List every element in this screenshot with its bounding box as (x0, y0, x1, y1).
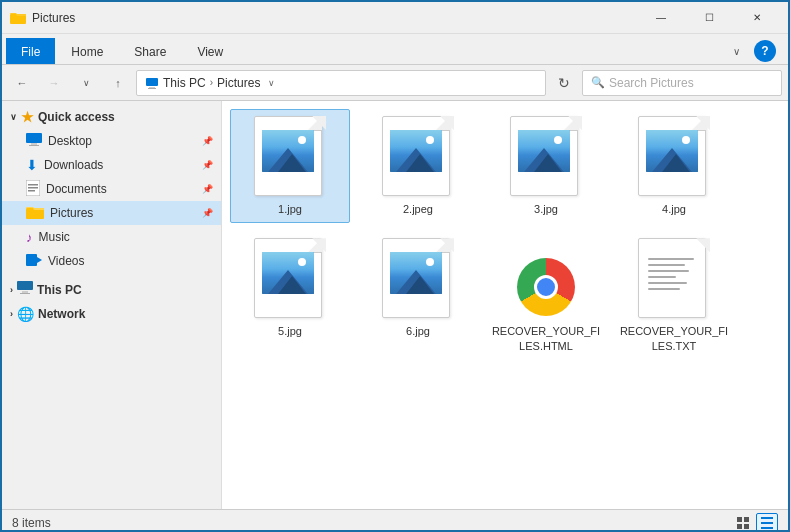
svg-rect-18 (744, 517, 749, 522)
svg-rect-16 (20, 293, 30, 294)
sidebar-label-music: Music (39, 230, 70, 244)
file-name-3jpg: 3.jpg (534, 202, 558, 216)
sidebar-item-videos[interactable]: Videos (2, 249, 221, 273)
tab-home[interactable]: Home (56, 38, 118, 64)
main-layout: ∨ ★ Quick access Desktop 📌 ⬇ Downloads 📌… (2, 101, 788, 509)
sidebar-quick-access-header[interactable]: ∨ ★ Quick access (2, 105, 221, 129)
path-thispc: This PC (163, 76, 206, 90)
file-icon-3jpg (510, 116, 582, 198)
network-arrow: › (10, 309, 13, 319)
search-box[interactable]: 🔍 Search Pictures (582, 70, 782, 96)
pin-icon-downloads: 📌 (202, 160, 213, 170)
dropdown-button[interactable]: ∨ (72, 70, 100, 96)
title-bar-title: Pictures (32, 11, 638, 25)
close-button[interactable]: ✕ (734, 2, 780, 34)
file-name-1jpg: 1.jpg (278, 202, 302, 216)
svg-rect-8 (28, 184, 38, 186)
sidebar-label-desktop: Desktop (48, 134, 92, 148)
svg-rect-5 (31, 143, 37, 145)
file-item-1jpg[interactable]: 1.jpg (230, 109, 350, 223)
network-icon: 🌐 (17, 306, 34, 322)
documents-icon (26, 180, 40, 199)
file-item-3jpg[interactable]: 3.jpg (486, 109, 606, 223)
quick-access-star-icon: ★ (21, 109, 34, 125)
sidebar-item-pictures[interactable]: Pictures 📌 (2, 201, 221, 225)
chrome-icon (517, 258, 575, 316)
svg-marker-13 (37, 257, 42, 263)
ribbon-tabs: File Home Share View ∨ ? (2, 34, 788, 64)
svg-rect-22 (761, 522, 773, 524)
ribbon: File Home Share View ∨ ? (2, 34, 788, 65)
file-icon-1jpg (254, 116, 326, 198)
tab-file[interactable]: File (6, 38, 55, 64)
music-icon: ♪ (26, 230, 33, 245)
file-item-recover-txt[interactable]: RECOVER_YOUR_FILES.TXT (614, 231, 734, 360)
address-bar: ← → ∨ ↑ This PC › Pictures ∨ ↻ 🔍 Search … (2, 65, 788, 101)
quick-access-label: Quick access (38, 110, 115, 124)
file-area: 1.jpg 2.jpeg 3.jpg (222, 101, 788, 509)
address-path[interactable]: This PC › Pictures ∨ (136, 70, 546, 96)
minimize-button[interactable]: — (638, 2, 684, 34)
status-count: 8 items (12, 516, 51, 530)
svg-rect-15 (22, 291, 28, 293)
path-pictures: Pictures (217, 76, 260, 90)
svg-rect-10 (28, 190, 35, 192)
svg-rect-3 (148, 88, 156, 89)
tab-view[interactable]: View (182, 38, 238, 64)
file-name-4jpg: 4.jpg (662, 202, 686, 216)
file-item-4jpg[interactable]: 4.jpg (614, 109, 734, 223)
sidebar-item-documents[interactable]: Documents 📌 (2, 177, 221, 201)
file-item-recover-html[interactable]: RECOVER_YOUR_FILES.HTML (486, 231, 606, 360)
sidebar-item-desktop[interactable]: Desktop 📌 (2, 129, 221, 153)
svg-rect-9 (28, 187, 38, 189)
downloads-icon: ⬇ (26, 157, 38, 173)
file-icon-recover-txt (638, 238, 710, 320)
title-bar-icon (10, 10, 26, 26)
ribbon-chevron-button[interactable]: ∨ (722, 38, 750, 64)
thispc-icon (17, 281, 33, 298)
svg-rect-20 (744, 524, 749, 529)
view-details-button[interactable] (756, 513, 778, 533)
videos-icon (26, 254, 42, 269)
file-icon-5jpg (254, 238, 326, 320)
file-icon-4jpg (638, 116, 710, 198)
svg-rect-19 (737, 524, 742, 529)
file-item-6jpg[interactable]: 6.jpg (358, 231, 478, 360)
up-button[interactable]: ↑ (104, 70, 132, 96)
file-icon-recover-html (510, 238, 582, 320)
maximize-button[interactable]: ☐ (686, 2, 732, 34)
back-button[interactable]: ← (8, 70, 36, 96)
sidebar-network-header[interactable]: › 🌐 Network (2, 302, 221, 326)
search-placeholder: Search Pictures (609, 76, 694, 90)
file-name-5jpg: 5.jpg (278, 324, 302, 338)
pictures-folder-icon (26, 205, 44, 222)
tab-share[interactable]: Share (119, 38, 181, 64)
pc-icon (145, 76, 159, 90)
sidebar-item-downloads[interactable]: ⬇ Downloads 📌 (2, 153, 221, 177)
path-arrow-1: › (210, 77, 213, 88)
sidebar-thispc-header[interactable]: › This PC (2, 277, 221, 302)
sidebar-label-videos: Videos (48, 254, 84, 268)
sidebar-label-downloads: Downloads (44, 158, 103, 172)
view-icons-button[interactable] (732, 513, 754, 533)
svg-rect-14 (17, 281, 33, 290)
refresh-button[interactable]: ↻ (550, 70, 578, 96)
file-name-6jpg: 6.jpg (406, 324, 430, 338)
thispc-arrow: › (10, 285, 13, 295)
file-icon-2jpeg (382, 116, 454, 198)
sidebar-label-pictures: Pictures (50, 206, 93, 220)
sidebar-label-documents: Documents (46, 182, 107, 196)
forward-button[interactable]: → (40, 70, 68, 96)
pin-icon-desktop: 📌 (202, 136, 213, 146)
sidebar-item-music[interactable]: ♪ Music (2, 225, 221, 249)
file-item-2jpeg[interactable]: 2.jpeg (358, 109, 478, 223)
help-button[interactable]: ? (754, 40, 776, 62)
view-buttons (732, 513, 778, 533)
svg-rect-12 (26, 254, 37, 266)
title-bar-buttons: — ☐ ✕ (638, 2, 780, 34)
file-item-5jpg[interactable]: 5.jpg (230, 231, 350, 360)
file-name-recover-txt: RECOVER_YOUR_FILES.TXT (619, 324, 729, 353)
svg-rect-21 (761, 517, 773, 519)
path-dropdown-arrow: ∨ (268, 78, 275, 88)
pin-icon-pictures: 📌 (202, 208, 213, 218)
